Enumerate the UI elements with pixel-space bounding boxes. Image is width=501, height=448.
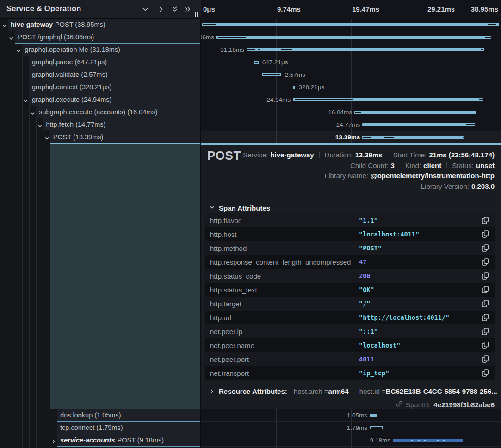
tree-row[interactable]: POST (13.39ms) bbox=[0, 131, 201, 143]
span-bar[interactable] bbox=[293, 86, 295, 89]
span-id-row: SpanID: 4e21998f3b82abe6 bbox=[396, 400, 495, 409]
double-chevron-right-icon[interactable] bbox=[184, 6, 192, 13]
copy-icon[interactable] bbox=[482, 286, 489, 293]
chevron-right-icon[interactable] bbox=[157, 6, 166, 13]
copy-icon[interactable] bbox=[482, 314, 489, 321]
span-bar[interactable] bbox=[293, 98, 483, 101]
span-bar[interactable] bbox=[254, 61, 259, 64]
copy-icon[interactable] bbox=[482, 355, 489, 363]
copy-icon[interactable] bbox=[482, 244, 489, 252]
timeline-row[interactable]: 31.18ms bbox=[201, 44, 501, 56]
span-bar[interactable] bbox=[362, 136, 464, 139]
meta-label: Start Time: bbox=[393, 151, 429, 159]
timeline-row[interactable]: 16.04ms bbox=[201, 106, 501, 118]
chevron-down-icon[interactable] bbox=[9, 35, 14, 40]
child-span-tick bbox=[466, 124, 475, 125]
child-span-tick bbox=[371, 427, 382, 429]
span-bar[interactable] bbox=[262, 73, 281, 76]
child-span-tick bbox=[218, 37, 246, 38]
copy-icon[interactable] bbox=[482, 300, 489, 307]
tree-row[interactable]: graphql.validate (2.57ms) bbox=[0, 68, 201, 81]
resource-attributes-row[interactable]: Resource Attributes: host.arch = arm64ho… bbox=[210, 387, 497, 395]
span-meta-line: Service:hive-gatewayDuration:13.39msStar… bbox=[243, 151, 495, 159]
chevron-down-icon[interactable] bbox=[23, 97, 29, 103]
meta-divider bbox=[446, 162, 447, 168]
child-span-tick bbox=[355, 112, 361, 113]
timeline-row[interactable]: 9.18ms bbox=[201, 434, 501, 447]
child-span-tick bbox=[488, 24, 496, 25]
tree-row[interactable]: service-accountsPOST (9.18ms) bbox=[0, 434, 201, 447]
chevron-down-icon[interactable] bbox=[30, 110, 36, 115]
copy-icon[interactable] bbox=[482, 328, 489, 335]
span-bar[interactable] bbox=[393, 439, 463, 442]
resource-value: BC62E13B-C4CC-5854-9788-256... bbox=[386, 387, 497, 395]
timeline-row[interactable]: 24.94ms bbox=[201, 93, 501, 106]
resource-divider bbox=[354, 388, 354, 395]
span-duration-label: 24.94ms bbox=[266, 96, 291, 103]
tree-row[interactable]: graphql.operation Me (31.18ms) bbox=[0, 44, 201, 56]
chevron-down-icon[interactable] bbox=[16, 47, 22, 53]
span-bar[interactable] bbox=[216, 36, 491, 39]
attribute-value: "ip_tcp" bbox=[359, 369, 389, 377]
timeline-row[interactable]: 13.39ms bbox=[201, 131, 501, 143]
meta-label: Kind: bbox=[405, 162, 423, 169]
span-bar[interactable] bbox=[370, 426, 383, 429]
copy-icon[interactable] bbox=[482, 217, 489, 224]
chevron-right-icon bbox=[210, 387, 215, 395]
attribute-row: http.status_code200 bbox=[205, 269, 495, 283]
timeline-row[interactable]: 2.57ms bbox=[201, 68, 501, 81]
copy-icon[interactable] bbox=[482, 258, 489, 266]
span-duration-label: 1.05ms bbox=[347, 412, 367, 419]
meta-label: Service: bbox=[243, 151, 270, 159]
timeline-row[interactable]: 1.79ms bbox=[201, 422, 501, 434]
span-detail-panel: POST Service:hive-gatewayDuration:13.39m… bbox=[201, 143, 501, 409]
chevron-down-icon[interactable] bbox=[2, 22, 7, 28]
tree-row[interactable]: graphql.parse (647.21μs) bbox=[0, 56, 201, 68]
span-name-label: http.fetch (14.77ms) bbox=[46, 121, 106, 128]
tree-row[interactable]: dns.lookup (1.05ms) bbox=[0, 409, 201, 422]
span-meta-line: Library Version:0.203.0 bbox=[421, 182, 495, 190]
chevron-down-icon[interactable] bbox=[44, 135, 50, 140]
span-name-label: subgraph.execute (accounts) (16.04ms) bbox=[39, 108, 157, 116]
tree-row[interactable]: hive-gatewayPOST (38.95ms) bbox=[0, 19, 201, 31]
tree-row[interactable]: graphql.context (328.21μs) bbox=[0, 81, 201, 93]
attribute-value: "POST" bbox=[359, 244, 382, 252]
tree-row[interactable]: tcp.connect (1.79ms) bbox=[0, 422, 201, 434]
span-bar[interactable] bbox=[247, 48, 484, 51]
attribute-key: http.target bbox=[205, 300, 359, 308]
timeline-row[interactable]: 328.21μs bbox=[201, 81, 501, 93]
span-bar[interactable] bbox=[202, 23, 499, 26]
chevron-down-icon[interactable] bbox=[37, 122, 43, 128]
tree-row[interactable]: graphql.execute (24.94ms) bbox=[0, 93, 201, 106]
timeline-row[interactable]: 1.05ms bbox=[201, 409, 501, 422]
chevron-right-icon[interactable] bbox=[51, 438, 57, 443]
tree-row[interactable]: subgraph.execute (accounts) (16.04ms) bbox=[0, 106, 201, 118]
link-icon[interactable] bbox=[396, 400, 403, 409]
meta-divider bbox=[400, 162, 400, 168]
double-chevron-down-icon[interactable] bbox=[171, 6, 179, 13]
chevron-down-icon[interactable] bbox=[142, 6, 150, 13]
timeline-row[interactable] bbox=[201, 19, 501, 31]
timeline-row[interactable]: 14.77ms bbox=[201, 118, 501, 131]
span-bar[interactable] bbox=[362, 123, 475, 126]
span-attributes-table: http.flavor"1.1"http.host"localhost:4011… bbox=[205, 213, 495, 380]
copy-icon[interactable] bbox=[482, 342, 489, 349]
span-bar[interactable] bbox=[370, 414, 377, 417]
selected-span-highlight bbox=[50, 143, 201, 409]
span-attributes-header[interactable]: Span Attributes bbox=[210, 204, 270, 212]
span-id-label: SpanID: bbox=[406, 401, 431, 409]
tree-row[interactable]: POST /graphql (36.06ms) bbox=[0, 31, 201, 44]
attribute-key: net.transport bbox=[205, 369, 359, 377]
copy-icon[interactable] bbox=[482, 272, 489, 280]
pane-divider[interactable] bbox=[200, 0, 201, 448]
copy-icon[interactable] bbox=[482, 369, 489, 377]
meta-divider bbox=[388, 152, 388, 158]
span-bar[interactable] bbox=[354, 111, 476, 114]
span-name-label: tcp.connect (1.79ms) bbox=[60, 424, 123, 431]
meta-value: unset bbox=[476, 162, 495, 169]
copy-icon[interactable] bbox=[482, 230, 489, 238]
timeline-row[interactable]: 36.06ms bbox=[201, 31, 501, 44]
pane-resize-handle[interactable] bbox=[194, 12, 198, 17]
tree-row[interactable]: http.fetch (14.77ms) bbox=[0, 118, 201, 131]
timeline-row[interactable]: 647.21μs bbox=[201, 56, 501, 68]
